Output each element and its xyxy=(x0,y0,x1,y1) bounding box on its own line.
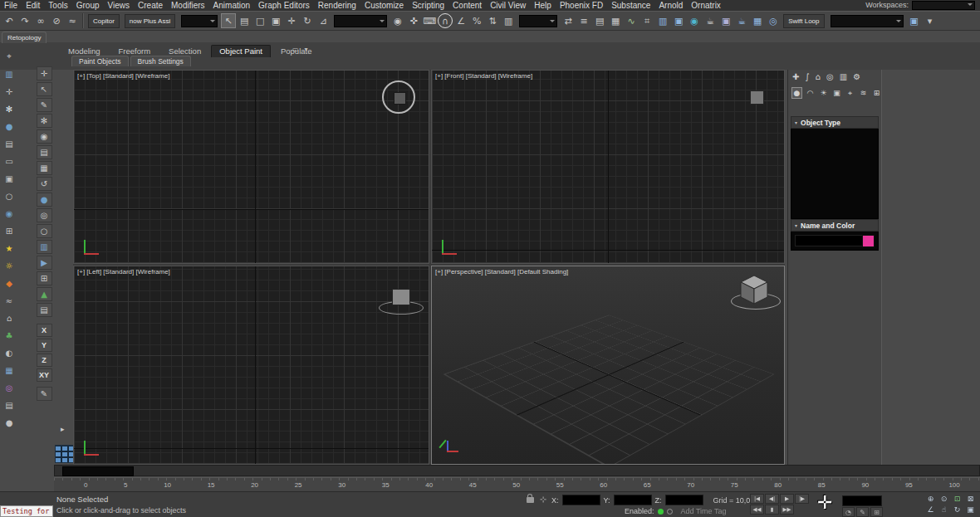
scene-object-box[interactable] xyxy=(750,90,764,105)
percent-snap-icon[interactable]: % xyxy=(469,13,484,28)
time-slider-track[interactable] xyxy=(54,465,980,476)
home-icon[interactable]: ⌂ xyxy=(2,311,16,324)
next-frame-button[interactable]: |▶ xyxy=(795,494,809,504)
keyboard-override-icon[interactable]: ⌨ xyxy=(422,13,437,28)
layer-manager-icon[interactable]: ▤ xyxy=(592,13,607,28)
blue-dot-icon[interactable]: ● xyxy=(37,193,52,207)
pencil-icon[interactable]: ✎ xyxy=(37,387,52,401)
disc-icon[interactable]: ● xyxy=(2,416,16,429)
small-circle-icon[interactable]: ○ xyxy=(37,224,52,238)
tree-icon[interactable]: ▲ xyxy=(37,287,52,301)
snap-toggle-icon[interactable]: ∩ xyxy=(438,13,453,28)
workspaces-dropdown[interactable] xyxy=(912,1,975,10)
unlink-selection-icon[interactable]: ⊘ xyxy=(49,13,64,28)
menu-item[interactable]: Animation xyxy=(209,0,254,11)
project-folder-icon[interactable]: ▣ xyxy=(671,13,686,28)
scene-object-box[interactable] xyxy=(392,289,410,305)
menu-item[interactable]: Group xyxy=(72,0,104,11)
track-bar[interactable]: 0510152025303540455055606570758085909510… xyxy=(54,477,980,491)
viewport-perspective[interactable]: [+] [Perspective] [Standard] [Default Sh… xyxy=(431,266,785,465)
go-to-start-button[interactable]: |◀ xyxy=(750,494,764,504)
x-coordinate-field[interactable] xyxy=(562,495,600,505)
ring-target-icon[interactable]: ◎ xyxy=(2,381,16,394)
plus-grid-icon[interactable]: ⊞ xyxy=(37,271,52,285)
viewport-render-icon[interactable]: ◎ xyxy=(766,13,781,28)
viewport-top[interactable]: [+] [Top] [Standard] [Wireframe] xyxy=(73,70,429,264)
menu-item[interactable]: Views xyxy=(104,0,135,11)
menu-item[interactable]: Scripting xyxy=(408,0,448,11)
select-and-scale-icon[interactable]: ⊿ xyxy=(316,13,331,28)
orbit-icon[interactable]: ↻ xyxy=(951,505,963,515)
select-object-icon[interactable]: ↖ xyxy=(221,13,236,28)
plus-assist-button[interactable]: now Plus Assi xyxy=(125,14,175,28)
viewport-front-label[interactable]: [+] [Front] [Standard] [Wireframe] xyxy=(435,72,532,80)
named-sets-dropdown[interactable] xyxy=(519,15,557,27)
ribbon-subtab[interactable]: Brush Settings xyxy=(130,56,191,66)
scene-explorer-icon[interactable]: ▥ xyxy=(655,13,670,28)
star-icon[interactable]: ★ xyxy=(2,241,16,255)
stack-icon[interactable]: ▤ xyxy=(37,145,52,159)
menu-item[interactable]: Ornatrix xyxy=(687,0,725,11)
enabled-off-indicator[interactable] xyxy=(667,509,673,515)
select-by-name-icon[interactable]: ▤ xyxy=(237,13,252,28)
window-crossing-icon[interactable]: ▣ xyxy=(268,13,283,28)
render-preset-dropdown[interactable] xyxy=(831,15,904,27)
small-grid-icon[interactable]: ⊞ xyxy=(870,507,883,517)
angle-snap-icon[interactable]: ∠ xyxy=(453,13,468,28)
zoom-extents-icon[interactable]: ⊡ xyxy=(951,494,963,504)
panel-icon[interactable]: ▣ xyxy=(2,172,16,185)
play-button[interactable]: ▶ xyxy=(780,494,794,504)
scene-object-box[interactable] xyxy=(394,92,406,105)
scene-object-cube[interactable] xyxy=(740,275,768,308)
plant-icon[interactable]: ♣ xyxy=(2,329,16,342)
previous-key-button[interactable]: ◀◀ xyxy=(750,505,764,515)
spinner-snap-icon[interactable]: ⇅ xyxy=(485,13,500,28)
display-tab-icon[interactable]: ▥ xyxy=(840,72,847,81)
menu-item[interactable]: Edit xyxy=(22,0,44,11)
axis-constraint-button[interactable]: XY xyxy=(37,368,52,382)
menu-item[interactable]: Rendering xyxy=(314,0,360,11)
menu-item[interactable]: Tools xyxy=(44,0,71,11)
previous-frame-button[interactable]: ◀| xyxy=(765,494,779,504)
named-selection-sets-icon[interactable]: ▥ xyxy=(501,13,516,28)
hierarchy-tab-icon[interactable]: ⌂ xyxy=(816,72,821,81)
waves-icon[interactable]: ≈ xyxy=(2,294,16,307)
cameras-category-icon[interactable]: ▣ xyxy=(831,87,842,99)
target-tool-icon[interactable]: ⌖ xyxy=(2,50,16,63)
box-icon[interactable]: ▭ xyxy=(2,154,16,168)
utilities-tab-icon[interactable]: ⚙ xyxy=(853,72,860,81)
menu-item[interactable]: Phoenix FD xyxy=(556,0,607,11)
motion-tab-icon[interactable]: ◎ xyxy=(826,72,834,81)
zoom-icon[interactable]: ⊕ xyxy=(924,494,937,504)
viewport-perspective-label[interactable]: [+] [Perspective] [Standard] [Default Sh… xyxy=(435,268,568,276)
pencil-tool-icon[interactable]: ✎ xyxy=(37,98,52,112)
viewport-top-label[interactable]: [+] [Top] [Standard] [Wireframe] xyxy=(77,72,169,80)
menu-item[interactable]: Graph Editors xyxy=(254,0,314,11)
contrast-icon[interactable]: ◐ xyxy=(2,346,16,359)
select-and-move-icon[interactable]: ✛ xyxy=(284,13,299,28)
diamond-icon[interactable]: ◆ xyxy=(2,276,16,290)
lights-category-icon[interactable]: ☀ xyxy=(818,87,829,99)
ring-icon[interactable]: ◎ xyxy=(37,208,52,222)
render-setup-icon[interactable]: ☕ xyxy=(703,13,718,28)
flyout-arrow-icon[interactable]: ▸ xyxy=(61,425,65,433)
use-pivot-center-icon[interactable]: ◉ xyxy=(390,13,405,28)
rows-icon[interactable]: ▤ xyxy=(2,398,16,412)
list-icon[interactable]: ▤ xyxy=(2,137,16,150)
modify-tab-icon[interactable]: ∫ xyxy=(805,72,809,81)
spacewarps-category-icon[interactable]: ≋ xyxy=(858,87,869,99)
enabled-on-indicator[interactable] xyxy=(658,509,664,515)
zoom-all-icon[interactable]: ⊙ xyxy=(938,494,950,504)
snowflake-icon[interactable]: ✻ xyxy=(2,102,16,115)
shapes-category-icon[interactable]: ◠ xyxy=(805,87,816,99)
isolate-selection-icon[interactable]: ▣ xyxy=(907,13,922,28)
systems-category-icon[interactable]: ⊞ xyxy=(871,87,882,99)
curve-editor-icon[interactable]: ∿ xyxy=(624,13,639,28)
current-frame-field[interactable] xyxy=(842,495,882,506)
select-and-rotate-icon[interactable]: ↻ xyxy=(300,13,315,28)
sun-icon[interactable]: ☼ xyxy=(2,259,16,272)
ribbon-toggle-icon[interactable]: ▦ xyxy=(608,13,623,28)
ribbon-tab[interactable]: Object Paint xyxy=(211,45,271,57)
pan-icon[interactable]: ☝ xyxy=(938,505,950,515)
grid-box-icon[interactable]: ⊞ xyxy=(2,224,16,237)
